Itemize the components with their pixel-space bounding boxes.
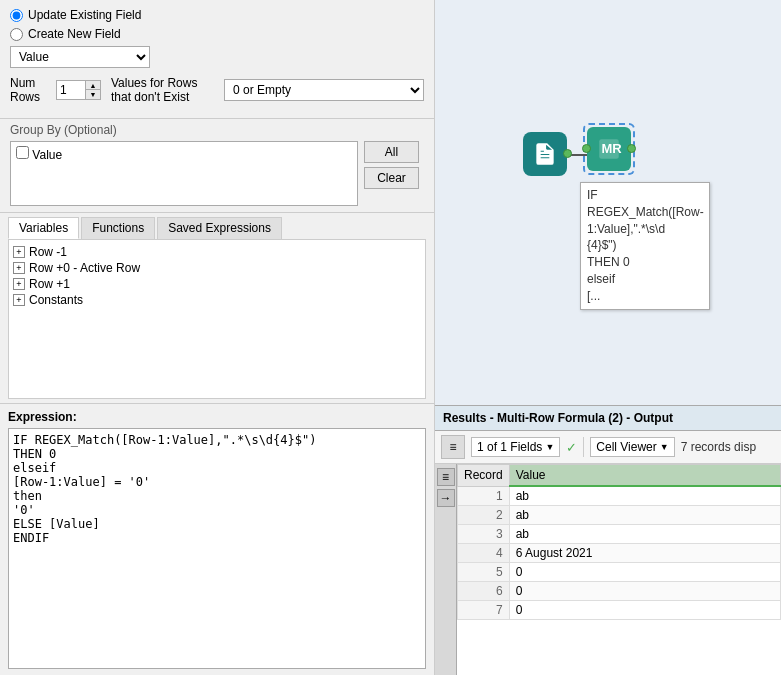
cell-value: 0 xyxy=(509,601,780,620)
cell-record: 1 xyxy=(458,486,510,506)
cell-value: ab xyxy=(509,506,780,525)
spinner-arrows: ▲ ▼ xyxy=(85,81,100,99)
cell-record: 7 xyxy=(458,601,510,620)
group-by-item: Value xyxy=(14,145,354,163)
separator xyxy=(583,437,584,457)
radio-update[interactable] xyxy=(10,9,23,22)
radio-create-row: Create New Field xyxy=(10,27,424,41)
table-row: 70 xyxy=(458,601,781,620)
table-row: 1ab xyxy=(458,486,781,506)
cell-record: 4 xyxy=(458,544,510,563)
cell-viewer-dropdown[interactable]: Cell Viewer ▼ xyxy=(590,437,674,457)
tab-saved-expressions[interactable]: Saved Expressions xyxy=(157,217,282,239)
variables-tree: + Row -1 + Row +0 - Active Row + Row +1 … xyxy=(8,239,426,399)
expression-section: Expression: IF REGEX_Match([Row-1:Value]… xyxy=(0,404,434,675)
field-select[interactable]: Value xyxy=(10,46,150,68)
tree-item-row-minus1[interactable]: + Row -1 xyxy=(13,244,421,260)
table-row: 60 xyxy=(458,582,781,601)
all-button[interactable]: All xyxy=(364,141,419,163)
fields-dropdown-label: 1 of 1 Fields xyxy=(477,440,542,454)
values-select[interactable]: 0 or Empty Null Empty xyxy=(224,79,424,101)
cell-viewer-arrow-icon: ▼ xyxy=(660,442,669,452)
cell-value: 6 August 2021 xyxy=(509,544,780,563)
formula-svg-icon: MR xyxy=(596,136,622,162)
cell-record: 5 xyxy=(458,563,510,582)
results-toolbar: ≡ 1 of 1 Fields ▼ ✓ Cell Viewer ▼ 7 reco… xyxy=(435,431,781,464)
num-rows-row: Num Rows 1 ▲ ▼ Values for Rows that don'… xyxy=(10,76,424,104)
table-row: 2ab xyxy=(458,506,781,525)
radio-create-label: Create New Field xyxy=(28,27,121,41)
num-rows-input[interactable]: 1 xyxy=(57,82,85,98)
node-book-icon xyxy=(523,132,567,176)
cell-value: 0 xyxy=(509,563,780,582)
tree-item-constants[interactable]: + Constants xyxy=(13,292,421,308)
tree-expand-icon-plus1[interactable]: + xyxy=(13,278,25,290)
tree-expand-icon[interactable]: + xyxy=(13,246,25,258)
canvas-area: MR IF REGEX_Match([Row-1:Value],".*\s\d{… xyxy=(435,0,781,405)
tree-item-label-constants: Constants xyxy=(29,293,83,307)
node2-output-connector xyxy=(627,144,636,153)
group-by-section: Group By (Optional) Value All Clear xyxy=(0,119,434,213)
top-section: Update Existing Field Create New Field V… xyxy=(0,0,434,119)
tabs-section: Variables Functions Saved Expressions + … xyxy=(0,213,434,404)
group-by-list: Value xyxy=(10,141,358,206)
col-header-record: Record xyxy=(458,465,510,487)
cell-value: ab xyxy=(509,486,780,506)
tabs-row: Variables Functions Saved Expressions xyxy=(0,213,434,239)
left-toolbar: ≡ → xyxy=(435,464,457,675)
tree-expand-icon-constants[interactable]: + xyxy=(13,294,25,306)
radio-create[interactable] xyxy=(10,28,23,41)
node2-input-connector xyxy=(582,144,591,153)
cell-record: 2 xyxy=(458,506,510,525)
node-formula[interactable]: MR xyxy=(587,127,631,171)
group-by-checkbox[interactable] xyxy=(16,146,29,159)
right-panel: MR IF REGEX_Match([Row-1:Value],".*\s\d{… xyxy=(435,0,781,675)
node-tooltip: IF REGEX_Match([Row-1:Value],".*\s\d{4}$… xyxy=(580,182,710,310)
num-rows-label: Num Rows xyxy=(10,76,46,104)
tree-item-row-plus1[interactable]: + Row +1 xyxy=(13,276,421,292)
expression-label: Expression: xyxy=(8,410,426,424)
radio-update-row: Update Existing Field xyxy=(10,8,424,22)
book-svg-icon xyxy=(532,141,558,167)
results-header: Results - Multi-Row Formula (2) - Output xyxy=(435,406,781,431)
tree-item-row-active[interactable]: + Row +0 - Active Row xyxy=(13,260,421,276)
toolbar-icon-lines[interactable]: ≡ xyxy=(441,435,465,459)
results-panel: Results - Multi-Row Formula (2) - Output… xyxy=(435,405,781,675)
table-row: 46 August 2021 xyxy=(458,544,781,563)
spinner-up[interactable]: ▲ xyxy=(86,81,100,90)
clear-button[interactable]: Clear xyxy=(364,167,419,189)
results-table-container: Record Value 1ab2ab3ab46 August 20215060… xyxy=(457,464,781,675)
group-by-content: Value All Clear xyxy=(10,141,424,206)
tab-functions[interactable]: Functions xyxy=(81,217,155,239)
group-by-buttons: All Clear xyxy=(364,141,419,189)
tab-variables[interactable]: Variables xyxy=(8,217,79,239)
cell-record: 3 xyxy=(458,525,510,544)
dropdown-arrow-icon: ▼ xyxy=(545,442,554,452)
results-table: Record Value 1ab2ab3ab46 August 20215060… xyxy=(457,464,781,620)
group-by-label: Group By (Optional) xyxy=(10,123,424,137)
field-select-row: Value xyxy=(10,46,424,68)
cell-viewer-label: Cell Viewer xyxy=(596,440,656,454)
left-tool-btn-1[interactable]: ≡ xyxy=(437,468,455,486)
tree-item-label-plus1: Row +1 xyxy=(29,277,70,291)
left-panel: Update Existing Field Create New Field V… xyxy=(0,0,435,675)
node-formula-container: MR xyxy=(587,127,631,171)
node1-output-connector xyxy=(563,149,572,158)
table-row: 3ab xyxy=(458,525,781,544)
tree-item-label: Row -1 xyxy=(29,245,67,259)
svg-text:MR: MR xyxy=(601,141,622,156)
left-tool-btn-2[interactable]: → xyxy=(437,489,455,507)
tree-expand-icon-active[interactable]: + xyxy=(13,262,25,274)
col-header-value: Value xyxy=(509,465,780,487)
records-info: 7 records disp xyxy=(681,440,756,454)
num-rows-spinner: 1 ▲ ▼ xyxy=(56,80,101,100)
cell-record: 6 xyxy=(458,582,510,601)
node-book[interactable] xyxy=(523,132,567,176)
expression-textarea[interactable]: IF REGEX_Match([Row-1:Value],".*\s\d{4}$… xyxy=(8,428,426,669)
fields-dropdown[interactable]: 1 of 1 Fields ▼ xyxy=(471,437,560,457)
values-select-container: 0 or Empty Null Empty xyxy=(224,79,424,101)
results-content: ≡ → Record Value 1ab2ab3ab46 August 2021… xyxy=(435,464,781,675)
spinner-down[interactable]: ▼ xyxy=(86,90,100,99)
group-by-item-label: Value xyxy=(32,148,62,162)
cell-value: ab xyxy=(509,525,780,544)
